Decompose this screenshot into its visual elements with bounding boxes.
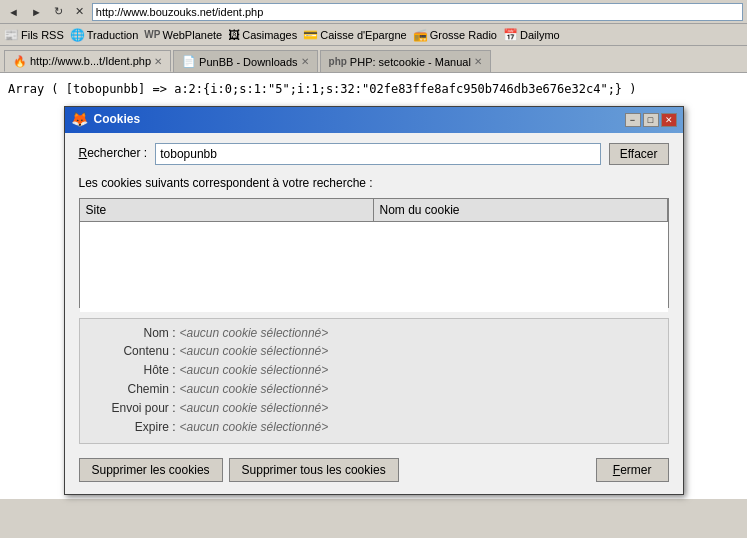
bookmark-webplanete-label: WebPlanete xyxy=(162,29,222,41)
cookies-table-area: Site Nom du cookie xyxy=(79,198,669,308)
detail-hote-row: Hôte : <aucun cookie sélectionné> xyxy=(90,362,658,379)
detail-contenu-row: Contenu : <aucun cookie sélectionné> xyxy=(90,343,658,360)
dialog-title-buttons: − □ ✕ xyxy=(625,113,677,127)
nav-bar: ◄ ► ↻ ✕ xyxy=(0,0,747,24)
bookmark-traduction-label: Traduction xyxy=(87,29,139,41)
traduction-icon: 🌐 xyxy=(70,28,85,42)
fermer-button[interactable]: Fermer xyxy=(596,458,669,482)
array-output: Array ( [tobopunbb] => a:2:{i:0;s:1:"5";… xyxy=(6,77,741,102)
detail-contenu-value: <aucun cookie sélectionné> xyxy=(180,343,329,360)
bookmark-fils-rss-label: Fils RSS xyxy=(21,29,64,41)
tab-php-icon: php xyxy=(329,56,347,67)
caisse-epargne-icon: 💳 xyxy=(303,28,318,42)
url-bar[interactable] xyxy=(92,3,743,21)
bookmark-dailymo-label: Dailymo xyxy=(520,29,560,41)
grosse-radio-icon: 📻 xyxy=(413,28,428,42)
dialog-title-left: 🦊 Cookies xyxy=(71,110,141,130)
supprimer-cookies-button[interactable]: Supprimer les cookies xyxy=(79,458,223,482)
back-button[interactable]: ◄ xyxy=(4,4,23,20)
tab-punbb[interactable]: 📄 PunBB - Downloads ✕ xyxy=(173,50,317,72)
cookie-dialog: 🦊 Cookies − □ ✕ Rechercher : E xyxy=(64,106,684,496)
effacer-button[interactable]: Effacer xyxy=(609,143,669,165)
supprimer-tous-cookies-button[interactable]: Supprimer tous les cookies xyxy=(229,458,399,482)
bookmark-casimages[interactable]: 🖼 Casimages xyxy=(228,28,297,42)
tab-punbb-icon: 📄 xyxy=(182,55,196,68)
dialog-body: Rechercher : Effacer Les cookies suivant… xyxy=(65,133,683,495)
browser-chrome: ◄ ► ↻ ✕ 📰 Fils RSS 🌐 Traduction WP WebPl… xyxy=(0,0,747,499)
results-label: Les cookies suivants correspondent à vot… xyxy=(79,175,669,192)
firefox-icon: 🦊 xyxy=(71,110,88,130)
bookmark-grosse-radio-label: Grosse Radio xyxy=(430,29,497,41)
dialog-title-text: Cookies xyxy=(94,111,141,128)
table-header-cookie-name: Nom du cookie xyxy=(374,199,668,222)
dialog-titlebar: 🦊 Cookies − □ ✕ xyxy=(65,107,683,133)
fils-rss-icon: 📰 xyxy=(4,28,19,42)
tab-php-label: PHP: setcookie - Manual xyxy=(350,56,471,68)
detail-envoi-row: Envoi pour : <aucun cookie sélectionné> xyxy=(90,400,658,417)
bookmark-casimages-label: Casimages xyxy=(242,29,297,41)
tab-ident[interactable]: 🔥 http://www.b...t/Ident.php ✕ xyxy=(4,50,171,72)
maximize-button[interactable]: □ xyxy=(643,113,659,127)
detail-envoi-value: <aucun cookie sélectionné> xyxy=(180,400,329,417)
detail-nom-label: Nom : xyxy=(90,325,180,342)
bookmark-dailymo[interactable]: 📅 Dailymo xyxy=(503,28,560,42)
detail-expire-label: Expire : xyxy=(90,419,180,436)
detail-chemin-label: Chemin : xyxy=(90,381,180,398)
bookmark-caisse-epargne[interactable]: 💳 Caisse d'Epargne xyxy=(303,28,407,42)
detail-chemin-row: Chemin : <aucun cookie sélectionné> xyxy=(90,381,658,398)
close-dialog-button[interactable]: ✕ xyxy=(661,113,677,127)
tab-php[interactable]: php PHP: setcookie - Manual ✕ xyxy=(320,50,491,72)
bookmark-webplanete[interactable]: WP WebPlanete xyxy=(144,29,222,41)
minimize-button[interactable]: − xyxy=(625,113,641,127)
tabs-bar: 🔥 http://www.b...t/Ident.php ✕ 📄 PunBB -… xyxy=(0,46,747,72)
bookmarks-bar: 📰 Fils RSS 🌐 Traduction WP WebPlanete 🖼 … xyxy=(0,24,747,46)
detail-expire-value: <aucun cookie sélectionné> xyxy=(180,419,329,436)
detail-expire-row: Expire : <aucun cookie sélectionné> xyxy=(90,419,658,436)
forward-button[interactable]: ► xyxy=(27,4,46,20)
dailymo-icon: 📅 xyxy=(503,28,518,42)
detail-contenu-label: Contenu : xyxy=(90,343,180,360)
bookmark-fils-rss[interactable]: 📰 Fils RSS xyxy=(4,28,64,42)
tab-punbb-close-icon[interactable]: ✕ xyxy=(301,56,309,67)
detail-nom-value: <aucun cookie sélectionné> xyxy=(180,325,329,342)
detail-envoi-label: Envoi pour : xyxy=(90,400,180,417)
tab-ident-close-icon[interactable]: ✕ xyxy=(154,56,162,67)
table-rows-area xyxy=(80,222,668,312)
page-content-area: Array ( [tobopunbb] => a:2:{i:0;s:1:"5";… xyxy=(0,72,747,499)
search-input[interactable] xyxy=(155,143,600,165)
search-label: Rechercher : xyxy=(79,145,148,162)
bookmark-traduction[interactable]: 🌐 Traduction xyxy=(70,28,139,42)
search-row: Rechercher : Effacer xyxy=(79,143,669,165)
bookmark-grosse-radio[interactable]: 📻 Grosse Radio xyxy=(413,28,497,42)
tab-ident-label: http://www.b...t/Ident.php xyxy=(30,55,151,67)
dialog-footer: Supprimer les cookies Supprimer tous les… xyxy=(79,454,669,484)
detail-nom-row: Nom : <aucun cookie sélectionné> xyxy=(90,325,658,342)
bookmark-caisse-epargne-label: Caisse d'Epargne xyxy=(320,29,407,41)
footer-left-buttons: Supprimer les cookies Supprimer tous les… xyxy=(79,458,399,482)
cookie-details-panel: Nom : <aucun cookie sélectionné> Contenu… xyxy=(79,318,669,445)
table-header-row: Site Nom du cookie xyxy=(80,199,668,223)
table-header-site: Site xyxy=(80,199,374,222)
detail-hote-value: <aucun cookie sélectionné> xyxy=(180,362,329,379)
webplanete-icon: WP xyxy=(144,29,160,40)
modal-overlay: 🦊 Cookies − □ ✕ Rechercher : E xyxy=(6,106,741,496)
tab-php-close-icon[interactable]: ✕ xyxy=(474,56,482,67)
tab-ident-icon: 🔥 xyxy=(13,55,27,68)
refresh-button[interactable]: ↻ xyxy=(50,3,67,20)
detail-hote-label: Hôte : xyxy=(90,362,180,379)
tab-punbb-label: PunBB - Downloads xyxy=(199,56,297,68)
casimages-icon: 🖼 xyxy=(228,28,240,42)
detail-chemin-value: <aucun cookie sélectionné> xyxy=(180,381,329,398)
stop-button[interactable]: ✕ xyxy=(71,3,88,20)
